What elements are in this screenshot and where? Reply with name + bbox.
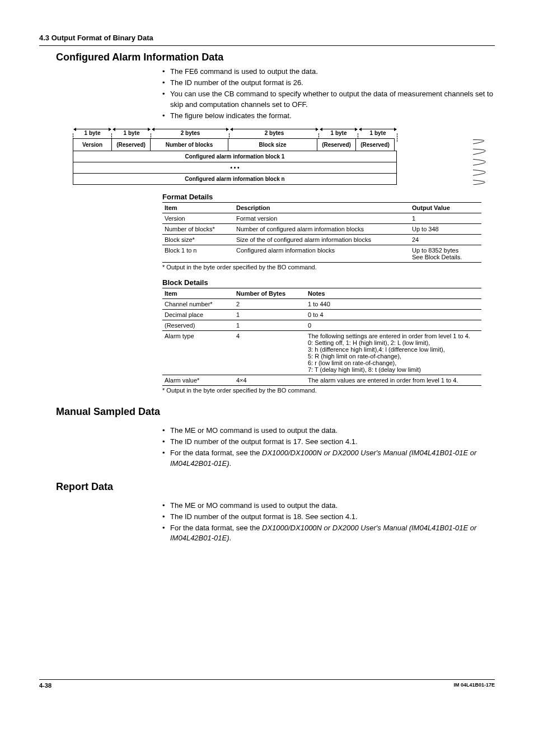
heading-configured: Configured Alarm Information Data bbox=[56, 52, 495, 63]
extent-label: 1 byte bbox=[370, 130, 386, 136]
rule bbox=[39, 45, 495, 46]
th: Description bbox=[234, 202, 410, 213]
diagram-cell-version: Version bbox=[73, 138, 112, 151]
table-row: Alarm value*4×4The alarm values are ente… bbox=[162, 375, 481, 385]
diagram-cell-blocksize: Block size bbox=[228, 138, 317, 151]
extent-label: 2 bytes bbox=[181, 130, 200, 136]
extent-label: 1 byte bbox=[124, 130, 140, 136]
diagram-cell-numblocks: Number of blocks bbox=[150, 138, 228, 151]
bullet: The ID number of the output format is 17… bbox=[170, 437, 495, 447]
table-row: Number of blocks*Number of configured al… bbox=[162, 223, 481, 234]
format-details-heading: Format Details bbox=[162, 193, 495, 201]
brace-icon bbox=[470, 138, 498, 185]
bullet: The ME or MO command is used to output t… bbox=[170, 501, 495, 511]
page-number: 4-38 bbox=[39, 682, 51, 689]
bullet: The ME or MO command is used to output t… bbox=[170, 426, 495, 436]
table-row: Block size*Size of the of configured ala… bbox=[162, 234, 481, 245]
format-diagram: 1 byte 1 byte 2 bytes 2 bytes 1 byte 1 b… bbox=[73, 125, 465, 185]
manual-bullets: •The ME or MO command is used to output … bbox=[162, 426, 495, 469]
footnote: * Output in the byte order specified by … bbox=[162, 387, 495, 394]
report-bullets: •The ME or MO command is used to output … bbox=[162, 501, 495, 544]
extent-label: 1 byte bbox=[331, 130, 347, 136]
diagram-cell-reserved: (Reserved) bbox=[355, 138, 395, 151]
bullet: For the data format, see the DX1000/DX10… bbox=[170, 523, 495, 543]
table-row: Alarm type4The following settings are en… bbox=[162, 330, 481, 375]
th: Item bbox=[162, 288, 234, 298]
extent-label: 2 bytes bbox=[265, 130, 284, 136]
format-details-table: Item Description Output Value VersionFor… bbox=[162, 202, 481, 263]
diagram-block-n: Configured alarm information block n bbox=[73, 173, 397, 185]
th: Item bbox=[162, 202, 234, 213]
running-header: 4.3 Output Format of Binary Data bbox=[39, 34, 495, 42]
footnote: * Output in the byte order specified by … bbox=[162, 264, 495, 270]
diagram-cell-reserved: (Reserved) bbox=[317, 138, 356, 151]
bullet: You can use the CB command to specify wh… bbox=[170, 89, 495, 109]
footer: 4-38 IM 04L41B01-17E bbox=[39, 679, 495, 689]
block-details-table: Item Number of Bytes Notes Channel numbe… bbox=[162, 288, 481, 386]
diagram-block-dots: • • • bbox=[73, 162, 397, 174]
bullet: The figure below indicates the format. bbox=[170, 111, 495, 121]
th: Notes bbox=[306, 288, 481, 298]
heading-manual: Manual Sampled Data bbox=[56, 406, 495, 418]
table-row: Channel number*21 to 440 bbox=[162, 298, 481, 309]
extent-label: 1 byte bbox=[85, 130, 101, 136]
diagram-cell-reserved: (Reserved) bbox=[111, 138, 151, 151]
block-details-heading: Block Details bbox=[162, 278, 495, 287]
heading-report: Report Data bbox=[56, 481, 495, 493]
bullet: For the data format, see the DX1000/DX10… bbox=[170, 448, 495, 468]
table-row: (Reserved)10 bbox=[162, 320, 481, 330]
table-row: Decimal place10 to 4 bbox=[162, 309, 481, 320]
table-row: Block 1 to nConfigured alarm information… bbox=[162, 245, 481, 262]
th: Number of Bytes bbox=[234, 288, 306, 298]
configured-bullets: •The FE6 command is used to output the d… bbox=[162, 67, 495, 121]
diagram-block-1: Configured alarm information block 1 bbox=[73, 151, 397, 162]
bullet: The ID number of the output format is 18… bbox=[170, 512, 495, 522]
doc-id: IM 04L41B01-17E bbox=[453, 682, 495, 689]
th: Output Value bbox=[410, 202, 481, 213]
table-row: VersionFormat version1 bbox=[162, 213, 481, 223]
bullet: The ID number of the output format is 26… bbox=[170, 78, 495, 88]
bullet: The FE6 command is used to output the da… bbox=[170, 67, 495, 77]
